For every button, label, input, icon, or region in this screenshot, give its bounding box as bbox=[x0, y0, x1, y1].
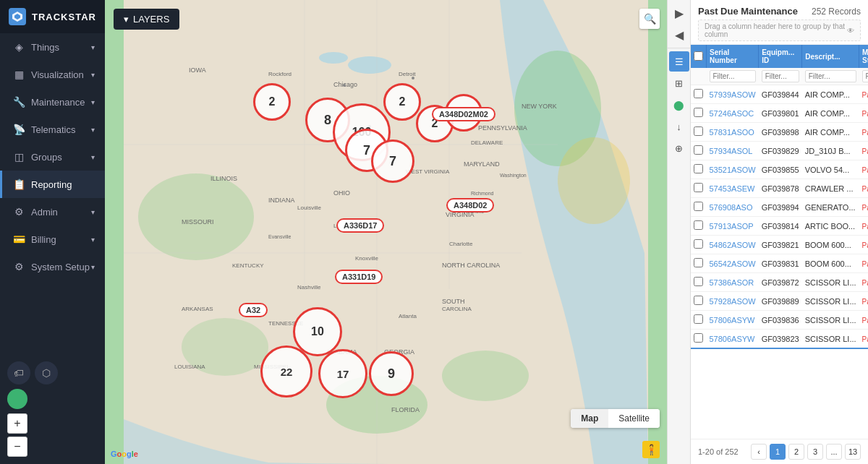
status-icon-btn[interactable] bbox=[7, 389, 27, 409]
serial-link[interactable]: 57453ASEW bbox=[710, 184, 755, 193]
svg-text:PENNSYLVANIA: PENNSYLVANIA bbox=[478, 124, 527, 132]
label-a32[interactable]: A32 bbox=[239, 303, 268, 317]
page-1-btn[interactable]: 1 bbox=[770, 444, 786, 460]
serial-link[interactable]: 53521ASOW bbox=[710, 166, 756, 174]
cluster-17[interactable]: 17 bbox=[318, 349, 367, 398]
row-checkbox-cell bbox=[691, 217, 707, 236]
cluster-7b[interactable]: 7 bbox=[371, 139, 414, 183]
serial-link[interactable]: 56542ASOW bbox=[710, 259, 756, 268]
sidebar-item-system-setup[interactable]: ⚙ System Setup ▾ bbox=[0, 253, 105, 280]
toolbar-crosshair-btn[interactable]: ⊕ bbox=[669, 138, 689, 158]
toolbar-list-btn[interactable]: ☰ bbox=[669, 51, 689, 72]
svg-text:Charlotte: Charlotte bbox=[449, 241, 473, 247]
serial-link[interactable]: 57806ASYW bbox=[710, 335, 755, 343]
status-cell: Past D... bbox=[859, 236, 868, 254]
sidebar-item-maintenance[interactable]: 🔧 Maintenance ▾ bbox=[0, 88, 105, 116]
system-setup-icon: ⚙ bbox=[12, 261, 25, 272]
row-checkbox-cell bbox=[691, 292, 707, 311]
toolbar-expand-btn[interactable]: ▶ bbox=[669, 3, 689, 23]
status-filter[interactable] bbox=[862, 70, 868, 82]
serial-cell: 57386ASOR bbox=[707, 273, 759, 292]
sidebar-item-telematics[interactable]: 📡 Telematics ▾ bbox=[0, 116, 105, 143]
serial-link[interactable]: 57939ASOW bbox=[710, 90, 756, 99]
page-2-btn[interactable]: 2 bbox=[788, 444, 804, 460]
row-checkbox[interactable] bbox=[694, 277, 703, 286]
serial-link[interactable]: 54862ASOW bbox=[710, 241, 756, 249]
serial-filter[interactable] bbox=[710, 70, 756, 82]
svg-text:Atlanta: Atlanta bbox=[399, 313, 417, 319]
cluster-9[interactable]: 9 bbox=[369, 351, 414, 396]
satellite-btn[interactable]: Satellite bbox=[608, 409, 660, 428]
toolbar-collapse-btn[interactable]: ◀ bbox=[669, 25, 689, 45]
desc-filter[interactable] bbox=[805, 70, 856, 82]
hide-icon[interactable]: 👁 bbox=[847, 27, 854, 35]
serial-link[interactable]: 57246ASOC bbox=[710, 109, 754, 118]
serial-link[interactable]: 57806ASYW bbox=[710, 316, 755, 325]
sidebar-item-billing[interactable]: 💳 Billing ▾ bbox=[0, 225, 105, 253]
label-a336d17[interactable]: A336D17 bbox=[336, 218, 384, 233]
serial-cell: 57453ASEW bbox=[707, 179, 759, 198]
serial-link[interactable]: 57934ASOL bbox=[710, 147, 753, 155]
page-13-btn[interactable]: 13 bbox=[845, 444, 861, 460]
serial-link[interactable]: 57913ASOP bbox=[710, 222, 754, 231]
row-checkbox[interactable] bbox=[694, 108, 703, 117]
row-checkbox[interactable] bbox=[694, 202, 703, 211]
map-btn[interactable]: Map bbox=[571, 409, 608, 428]
serial-link[interactable]: 57831ASOO bbox=[710, 128, 754, 137]
row-checkbox[interactable] bbox=[694, 183, 703, 192]
desc-cell: BOOM 600... bbox=[802, 254, 859, 273]
toolbar-download-btn[interactable]: ↓ bbox=[669, 116, 689, 137]
tag-icon-btn[interactable]: 🏷 bbox=[7, 361, 30, 384]
serial-link[interactable]: 57928ASOW bbox=[710, 297, 756, 306]
row-checkbox[interactable] bbox=[694, 145, 703, 155]
svg-text:Knoxville: Knoxville bbox=[355, 255, 379, 262]
layers-button[interactable]: ▾ LAYERS bbox=[114, 9, 179, 30]
toolbar-circle-btn[interactable]: ⬤ bbox=[669, 95, 689, 115]
row-checkbox[interactable] bbox=[694, 164, 703, 173]
serial-link[interactable]: 576908ASO bbox=[710, 203, 753, 212]
sidebar-item-admin[interactable]: ⚙ Admin ▾ bbox=[0, 198, 105, 225]
row-checkbox[interactable] bbox=[694, 239, 703, 249]
serial-link[interactable]: 57386ASOR bbox=[710, 278, 754, 287]
google-logo: Google bbox=[111, 450, 138, 458]
row-checkbox[interactable] bbox=[694, 258, 703, 267]
map-area[interactable]: ILLINOIS INDIANA OHIO MISSOURI KENTUCKY … bbox=[105, 0, 667, 464]
panel-table-wrap[interactable]: SerialNumber Equipm...ID Descript... Mai… bbox=[691, 45, 868, 439]
label-a348d02[interactable]: A348D02 bbox=[446, 198, 494, 212]
row-checkbox[interactable] bbox=[694, 314, 703, 324]
prev-page-btn[interactable]: ‹ bbox=[751, 444, 767, 460]
cluster-2a[interactable]: 2 bbox=[253, 83, 291, 121]
sidebar-item-things[interactable]: ◈ Things ▾ bbox=[0, 33, 105, 61]
row-checkbox[interactable] bbox=[694, 220, 703, 230]
cluster-22[interactable]: 22 bbox=[260, 345, 312, 398]
col-maint[interactable]: Maint...Status bbox=[859, 45, 868, 68]
toolbar-grid-btn[interactable]: ⊞ bbox=[669, 73, 689, 93]
cluster-2b[interactable]: 2 bbox=[383, 83, 421, 121]
label-a348d02m02[interactable]: A348D02M02 bbox=[432, 107, 495, 121]
equip-filter[interactable] bbox=[762, 70, 799, 82]
svg-text:LOUISIANA: LOUISIANA bbox=[174, 364, 205, 370]
row-checkbox[interactable] bbox=[694, 296, 703, 305]
col-equip[interactable]: Equipm...ID bbox=[759, 45, 802, 68]
groups-icon: ◫ bbox=[12, 151, 25, 163]
col-desc[interactable]: Descript... bbox=[802, 45, 859, 68]
row-checkbox[interactable] bbox=[694, 89, 703, 98]
zoom-in-btn[interactable]: + bbox=[7, 413, 27, 434]
label-a331d19[interactable]: A331D19 bbox=[335, 270, 383, 284]
things-icon: ◈ bbox=[12, 41, 25, 53]
page-3-btn[interactable]: 3 bbox=[807, 444, 823, 460]
row-checkbox[interactable] bbox=[694, 126, 703, 136]
row-checkbox[interactable] bbox=[694, 333, 703, 343]
select-all-checkbox[interactable] bbox=[694, 51, 703, 61]
sidebar-item-groups[interactable]: ◫ Groups ▾ bbox=[0, 143, 105, 171]
zoom-out-btn[interactable]: − bbox=[7, 437, 27, 457]
col-serial[interactable]: SerialNumber bbox=[707, 45, 759, 68]
street-view-btn[interactable]: 🧍 bbox=[642, 441, 660, 458]
sidebar-item-reporting[interactable]: 📋 Reporting bbox=[0, 171, 105, 198]
sidebar-item-visualization[interactable]: ▦ Visualization ▾ bbox=[0, 61, 105, 88]
map-search-button[interactable]: 🔍 bbox=[639, 9, 660, 29]
visualization-arrow: ▾ bbox=[91, 71, 95, 79]
hex-icon-btn[interactable]: ⬡ bbox=[35, 361, 58, 384]
svg-text:MARYLAND: MARYLAND bbox=[464, 160, 500, 168]
svg-text:OHIO: OHIO bbox=[333, 189, 350, 197]
